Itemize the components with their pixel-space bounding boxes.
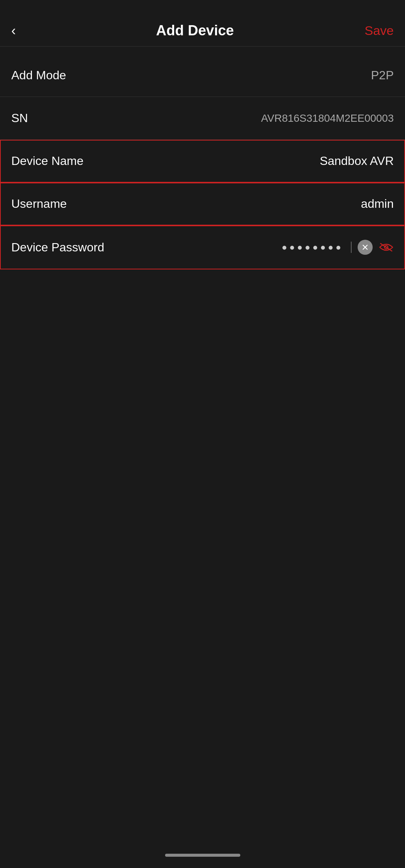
toggle-password-visibility-button[interactable]: [379, 242, 394, 253]
sn-value: AVR816S31804M2EE00003: [261, 112, 394, 124]
page-title: Add Device: [34, 23, 356, 39]
add-mode-value: P2P: [371, 68, 394, 82]
password-cursor: [351, 242, 352, 253]
clear-icon: [361, 243, 369, 251]
username-label: Username: [11, 197, 67, 211]
page-header: ‹ Add Device Save: [0, 0, 405, 46]
device-password-label: Device Password: [11, 240, 104, 254]
username-value[interactable]: admin: [361, 197, 394, 211]
device-name-row[interactable]: Device Name Sandbox AVR: [0, 140, 405, 183]
device-name-value[interactable]: Sandbox AVR: [320, 154, 394, 168]
sn-label: SN: [11, 111, 28, 125]
form-section: Add Mode P2P SN AVR816S31804M2EE00003 De…: [0, 54, 405, 269]
add-mode-row: Add Mode P2P: [0, 54, 405, 97]
password-field-container: ●●●●●●●●: [282, 240, 394, 255]
back-button[interactable]: ‹: [11, 23, 34, 39]
clear-password-button[interactable]: [358, 240, 373, 255]
username-row[interactable]: Username admin: [0, 183, 405, 225]
password-dots: ●●●●●●●●: [282, 242, 343, 253]
add-mode-label: Add Mode: [11, 68, 66, 82]
eye-slash-icon: [379, 242, 394, 253]
sn-row: SN AVR816S31804M2EE00003: [0, 97, 405, 140]
device-name-label: Device Name: [11, 154, 83, 168]
spacer: [0, 47, 405, 54]
home-indicator: [165, 854, 240, 857]
save-button[interactable]: Save: [356, 23, 394, 38]
device-password-row[interactable]: Device Password ●●●●●●●●: [0, 225, 405, 269]
